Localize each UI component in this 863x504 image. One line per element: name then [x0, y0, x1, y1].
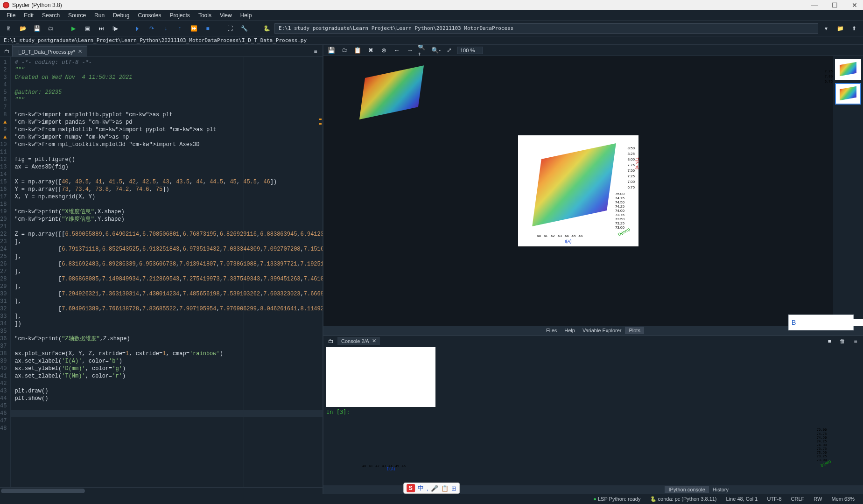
rw-status: RW: [809, 496, 827, 502]
save-button[interactable]: 💾: [31, 22, 43, 35]
save-plot-button[interactable]: 💾: [326, 45, 337, 56]
stop-debug-button[interactable]: ■: [202, 22, 214, 35]
lsp-status[interactable]: ● LSP Python: ready: [589, 496, 645, 502]
step-out-button[interactable]: ↑: [174, 22, 186, 35]
ime-candidate-box[interactable]: ▾: [788, 315, 854, 330]
console-plot-output: 7.257.006.75 40 41 42 43 44 45 46 75.007…: [326, 347, 435, 407]
editor-tab[interactable]: I_D_T_Data_Process.py*✕: [12, 46, 87, 56]
ime-item[interactable]: ,: [427, 485, 428, 492]
menu-consoles[interactable]: Consoles: [134, 11, 165, 20]
menu-tools[interactable]: Tools: [195, 11, 215, 20]
console-output[interactable]: 7.257.006.75 40 41 42 43 44 45 46 75.007…: [323, 346, 863, 485]
menu-help[interactable]: Help: [237, 11, 256, 20]
menu-debug[interactable]: Debug: [109, 11, 133, 20]
zoom-fit-button[interactable]: ⤢: [444, 45, 454, 56]
window-titlebar: Spyder (Python 3.8) — ☐ ✕: [0, 0, 863, 10]
console-tab-history[interactable]: History: [709, 486, 732, 493]
maximize-button[interactable]: ☐: [829, 1, 841, 9]
console-options-button[interactable]: ≡: [851, 336, 860, 346]
minimize-button[interactable]: —: [808, 1, 821, 9]
browse-folder-button[interactable]: 📁: [834, 22, 846, 35]
right-pane: 💾 🗂 📋 ✖ ⊗ ← → 🔍+ 🔍- ⤢ 100 % 8.508.258.0: [323, 45, 863, 494]
zoom-in-button[interactable]: 🔍+: [418, 45, 428, 56]
save-all-button[interactable]: 🗂: [45, 22, 57, 35]
browse-consoles-button[interactable]: 🗀: [326, 336, 336, 346]
spyder-icon: [3, 2, 9, 8]
menu-view[interactable]: View: [216, 11, 236, 20]
run-button[interactable]: ▶: [67, 22, 79, 35]
menu-source[interactable]: Source: [64, 11, 90, 20]
working-directory-input[interactable]: [274, 23, 818, 34]
path-dropdown-button[interactable]: ▾: [820, 22, 832, 35]
console-pane: 🗀 Console 2/A ✕ ■ 🗑 ≡ 7.257.006.75 40 41: [323, 336, 863, 494]
x-axis-label: I(A): [386, 467, 396, 471]
run-selection-button[interactable]: I▶: [109, 22, 121, 35]
menubar: FileEditSearchSourceRunDebugConsolesProj…: [0, 10, 863, 21]
run-cell-advance-button[interactable]: ⏭: [95, 22, 107, 35]
close-tab-button[interactable]: ✕: [78, 49, 82, 55]
zoom-level: 100 %: [457, 47, 483, 54]
window-title: Spyder (Python 3.8): [12, 2, 62, 8]
code-editor[interactable]: 12345678▲ 9▲ 101112131415161718192021222…: [0, 57, 323, 487]
prev-plot-button[interactable]: ←: [392, 45, 402, 56]
ime-mic-icon[interactable]: 🎤: [431, 485, 438, 492]
code-content[interactable]: # -*- coding: utf-8 -*-"""Created on Wed…: [11, 57, 323, 487]
ime-input[interactable]: [792, 319, 863, 326]
zoom-out-button[interactable]: 🔍-: [431, 45, 441, 56]
ime-logo-icon[interactable]: S: [407, 484, 415, 492]
plot-thumbnail[interactable]: [835, 59, 861, 80]
ime-item[interactable]: 中: [418, 484, 424, 492]
next-plot-button[interactable]: →: [405, 45, 415, 56]
continue-button[interactable]: ⏩: [188, 22, 200, 35]
debug-button[interactable]: ⏵: [132, 22, 144, 35]
editor-side-marks: [319, 57, 322, 487]
statusbar: ● LSP Python: ready 🐍 conda: pc (Python …: [0, 494, 863, 504]
maximize-pane-button[interactable]: ⛶: [224, 22, 236, 35]
ime-toolbar[interactable]: S 中 , 🎤 📋 ⊞: [403, 483, 460, 494]
main-area: 🗀 untitled1.py✕I_D_T_Data_Process.py*✕ ≡…: [0, 45, 863, 494]
line-number-gutter: 12345678▲ 9▲ 101112131415161718192021222…: [0, 57, 11, 487]
editor-horizontal-scrollbar[interactable]: [0, 487, 323, 494]
browse-tabs-button[interactable]: 🗀: [2, 46, 12, 56]
parent-folder-button[interactable]: ⬆: [848, 22, 860, 35]
plots-toolbar: 💾 🗂 📋 ✖ ⊗ ← → 🔍+ 🔍- ⤢ 100 %: [323, 45, 863, 56]
menu-search[interactable]: Search: [38, 11, 63, 20]
step-into-button[interactable]: ↓: [160, 22, 172, 35]
conda-env-status[interactable]: 🐍 conda: pc (Python 3.8.11): [645, 496, 722, 502]
editor-pane: 🗀 untitled1.py✕I_D_T_Data_Process.py*✕ ≡…: [0, 45, 323, 494]
save-all-plots-button[interactable]: 🗂: [339, 45, 350, 56]
file-path-bar: E:\1_study_postgraduate\Learn_Project\Le…: [0, 36, 863, 45]
new-file-button[interactable]: 🗎: [3, 22, 15, 35]
open-file-button[interactable]: 📂: [17, 22, 29, 35]
encoding-status[interactable]: UTF-8: [762, 496, 786, 502]
menu-projects[interactable]: Projects: [166, 11, 194, 20]
line-col-status[interactable]: Line 48, Col 1: [722, 496, 763, 502]
main-toolbar: 🗎 📂 💾 🗂 ▶ ▣ ⏭ I▶ ⏵ ↷ ↓ ↑ ⏩ ■ ⛶ 🔧 🐍 ▾ 📁 ⬆: [0, 21, 863, 36]
menu-file[interactable]: File: [3, 11, 19, 20]
tab-label: I_D_T_Data_Process.py*: [17, 49, 75, 55]
tab-options-button[interactable]: ≡: [310, 46, 321, 56]
preferences-button[interactable]: 🔧: [238, 22, 250, 35]
run-cell-button[interactable]: ▣: [81, 22, 93, 35]
remove-console-button[interactable]: 🗑: [838, 336, 847, 346]
warn-mark: [319, 119, 322, 120]
remove-plot-button[interactable]: ✖: [365, 45, 376, 56]
console-tab-ipython-console[interactable]: IPython console: [665, 486, 709, 493]
scrollbar-thumb[interactable]: [1, 489, 85, 493]
plot-thumbnails: [833, 56, 863, 326]
python-path-button[interactable]: 🐍: [260, 22, 273, 35]
eol-status[interactable]: CRLF: [786, 496, 809, 502]
editor-tabbar: 🗀 untitled1.py✕I_D_T_Data_Process.py*✕ ≡: [0, 45, 323, 57]
menu-run[interactable]: Run: [91, 11, 108, 20]
ime-clipboard-icon[interactable]: 📋: [441, 485, 449, 492]
menu-edit[interactable]: Edit: [20, 11, 37, 20]
plot-thumbnail[interactable]: [835, 83, 861, 105]
step-over-button[interactable]: ↷: [146, 22, 158, 35]
close-button[interactable]: ✕: [849, 1, 860, 9]
ime-grid-icon[interactable]: ⊞: [451, 485, 456, 492]
mem-status: Mem 63%: [827, 496, 859, 502]
warn-mark: [319, 123, 322, 125]
remove-all-plots-button[interactable]: ⊗: [379, 45, 389, 56]
copy-plot-button[interactable]: 📋: [352, 45, 363, 56]
